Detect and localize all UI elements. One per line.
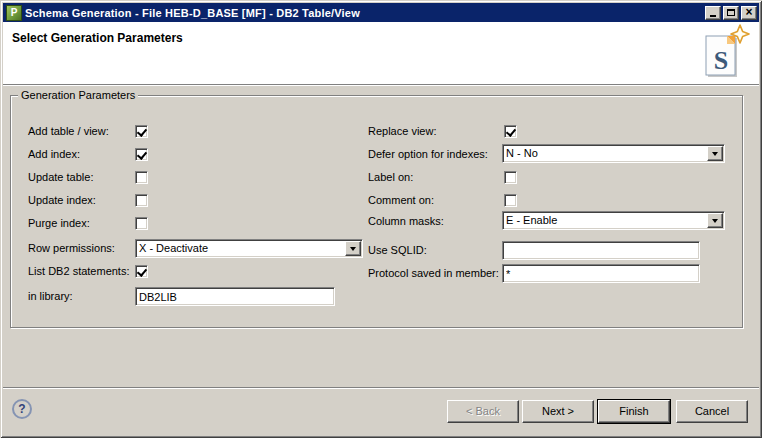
column-masks-label: Column masks: [368,215,444,228]
defer-option-select[interactable]: N - No [502,144,725,163]
page-title: Select Generation Parameters [12,31,183,45]
finish-button[interactable]: Finish [598,400,670,423]
window-title: Schema Generation - File HEB-D_BASE [MF]… [25,7,703,19]
update-table-label: Update table: [28,171,93,184]
footer-separator [3,387,759,389]
maximize-icon [727,9,735,16]
use-sqlid-label: Use SQLID: [368,244,427,257]
defer-option-label: Defer option for indexes: [368,148,488,161]
add-table-view-label: Add table / view: [28,125,109,138]
row-permissions-label: Row permissions: [28,242,115,255]
comment-on-checkbox[interactable] [504,194,517,207]
in-library-input[interactable] [135,287,335,306]
update-index-label: Update index: [28,194,96,207]
titlebar[interactable]: P Schema Generation - File HEB-D_BASE [M… [3,3,759,22]
row-permissions-dropdown-button[interactable] [345,241,361,256]
label-on-label: Label on: [368,171,413,184]
column-masks-dropdown-button[interactable] [707,213,723,228]
wizard-header: Select Generation Parameters S [3,22,759,85]
svg-text:S: S [714,46,728,75]
replace-view-checkbox[interactable] [504,125,517,138]
protocol-member-label: Protocol saved in member: [368,267,499,280]
chevron-down-icon [350,247,356,251]
replace-view-label: Replace view: [368,125,436,138]
minimize-button[interactable] [705,6,721,20]
purge-index-checkbox[interactable] [135,217,148,230]
defer-option-value: N - No [506,147,538,160]
add-table-view-checkbox[interactable] [135,125,148,138]
schema-document-icon: S [693,24,753,84]
schema-generation-dialog: P Schema Generation - File HEB-D_BASE [M… [0,0,762,438]
chevron-down-icon [712,152,718,156]
back-button[interactable]: < Back [447,400,519,423]
list-db2-statements-label: List DB2 statements: [28,265,130,278]
help-button[interactable]: ? [12,399,32,419]
close-button[interactable]: × [741,6,757,20]
column-masks-value: E - Enable [506,214,557,227]
predict-app-icon: P [6,5,22,21]
column-masks-select[interactable]: E - Enable [502,211,725,230]
close-icon: × [745,7,752,18]
next-button[interactable]: Next > [522,400,594,423]
minimize-icon [710,15,716,17]
update-index-checkbox[interactable] [135,194,148,207]
update-table-checkbox[interactable] [135,171,148,184]
label-on-checkbox[interactable] [504,171,517,184]
purge-index-label: Purge index: [28,217,90,230]
protocol-member-input[interactable] [502,264,700,283]
row-permissions-select[interactable]: X - Deactivate [135,239,363,258]
row-permissions-value: X - Deactivate [139,242,208,255]
add-index-checkbox[interactable] [135,148,148,161]
in-library-label: in library: [28,290,73,303]
chevron-down-icon [712,219,718,223]
cancel-button[interactable]: Cancel [676,400,748,423]
list-db2-statements-checkbox[interactable] [135,265,148,278]
maximize-button[interactable] [723,6,739,20]
comment-on-label: Comment on: [368,194,434,207]
group-title: Generation Parameters [18,89,138,102]
add-index-label: Add index: [28,148,80,161]
defer-option-dropdown-button[interactable] [707,146,723,161]
use-sqlid-input[interactable] [502,241,700,260]
